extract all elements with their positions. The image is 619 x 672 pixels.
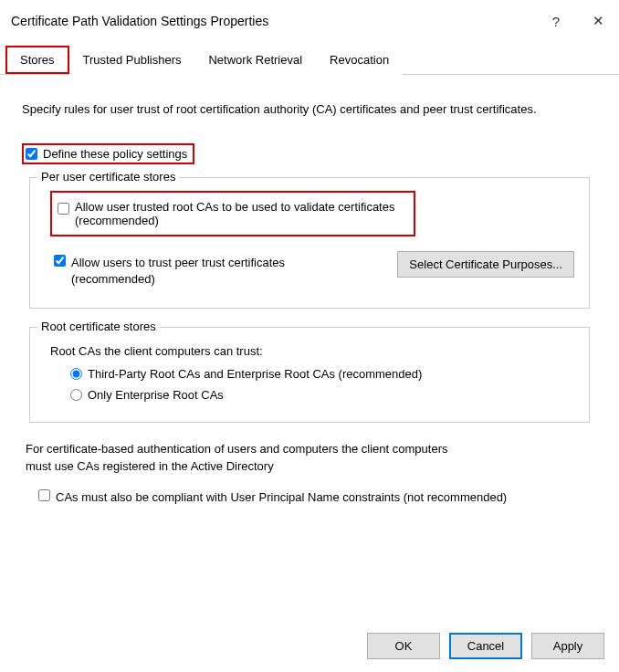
allow-peer-trust-checkbox[interactable]: [54, 255, 66, 267]
select-certificate-purposes-button[interactable]: Select Certificate Purposes...: [397, 251, 574, 278]
close-button[interactable]: ✕: [577, 7, 619, 35]
third-party-root-label: Third-Party Root CAs and Enterprise Root…: [88, 367, 422, 381]
tab-trusted-publishers[interactable]: Trusted Publishers: [69, 47, 195, 75]
define-policy-label: Define these policy settings: [43, 147, 187, 161]
only-enterprise-root-label: Only Enterprise Root CAs: [88, 388, 224, 402]
ad-note-text: For certificate-based authentication of …: [26, 441, 464, 474]
define-policy-checkbox[interactable]: [26, 148, 37, 160]
per-user-stores-legend: Per user certificate stores: [37, 170, 179, 184]
upn-compliant-checkbox[interactable]: [38, 489, 50, 501]
tab-revocation[interactable]: Revocation: [316, 47, 403, 75]
intro-text: Specify rules for user trust of root cer…: [22, 102, 597, 116]
define-policy-row: Define these policy settings: [22, 143, 194, 164]
per-user-stores-group: Per user certificate stores Allow user t…: [29, 177, 590, 309]
cancel-button[interactable]: Cancel: [449, 633, 522, 659]
root-stores-group: Root certificate stores Root CAs the cli…: [29, 327, 590, 423]
allow-user-trusted-checkbox[interactable]: [58, 203, 69, 215]
tab-stores[interactable]: Stores: [5, 46, 69, 74]
help-button[interactable]: ?: [535, 7, 577, 35]
third-party-root-radio[interactable]: [70, 368, 82, 380]
allow-user-trusted-label: Allow user trusted root CAs to be used t…: [75, 200, 408, 227]
root-stores-subhead: Root CAs the client computers can trust:: [50, 344, 574, 358]
tab-network-retrieval[interactable]: Network Retrieval: [194, 47, 316, 75]
ok-button[interactable]: OK: [367, 633, 440, 659]
only-enterprise-root-radio[interactable]: [70, 389, 82, 401]
root-stores-legend: Root certificate stores: [37, 320, 160, 333]
allow-peer-trust-label: Allow users to trust peer trust certific…: [71, 255, 328, 288]
window-title: Certificate Path Validation Settings Pro…: [11, 14, 535, 28]
upn-compliant-label: CAs must also be compliant with User Pri…: [56, 489, 507, 506]
apply-button[interactable]: Apply: [531, 633, 604, 659]
tab-bar: Stores Trusted Publishers Network Retrie…: [0, 46, 619, 75]
allow-user-trusted-row: Allow user trusted root CAs to be used t…: [50, 191, 415, 236]
